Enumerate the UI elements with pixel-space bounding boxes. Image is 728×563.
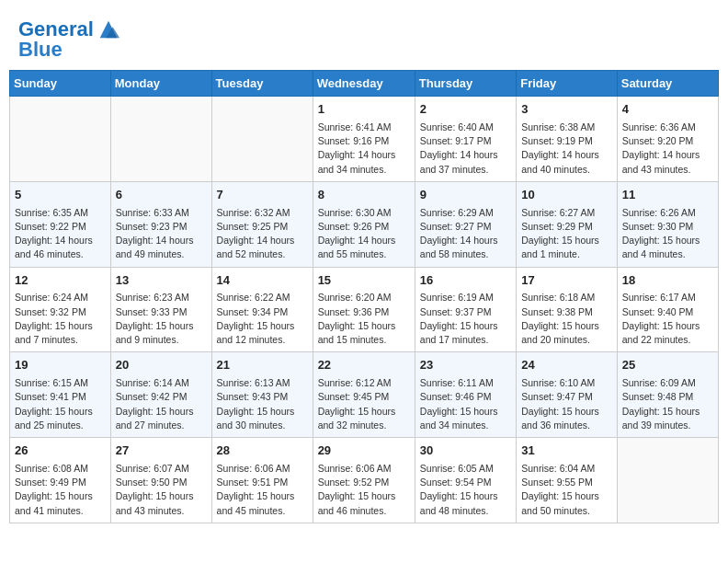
cell-content: Sunrise: 6:24 AM Sunset: 9:32 PM Dayligh…	[15, 291, 106, 347]
cell-content: Sunrise: 6:11 AM Sunset: 9:46 PM Dayligh…	[420, 376, 511, 432]
day-number: 17	[521, 272, 612, 290]
calendar-cell: 25Sunrise: 6:09 AM Sunset: 9:48 PM Dayli…	[617, 352, 718, 438]
calendar-cell: 6Sunrise: 6:33 AM Sunset: 9:23 PM Daylig…	[110, 181, 211, 267]
cell-content: Sunrise: 6:30 AM Sunset: 9:26 PM Dayligh…	[318, 206, 410, 262]
day-number: 28	[217, 442, 308, 460]
day-number: 21	[217, 357, 308, 374]
cell-content: Sunrise: 6:23 AM Sunset: 9:33 PM Dayligh…	[116, 291, 207, 347]
cell-content: Sunrise: 6:20 AM Sunset: 9:36 PM Dayligh…	[318, 291, 410, 347]
cell-content: Sunrise: 6:35 AM Sunset: 9:22 PM Dayligh…	[15, 206, 106, 262]
cell-content: Sunrise: 6:12 AM Sunset: 9:45 PM Dayligh…	[318, 376, 410, 432]
calendar-table: SundayMondayTuesdayWednesdayThursdayFrid…	[9, 70, 719, 523]
day-number: 31	[521, 442, 612, 460]
cell-content: Sunrise: 6:29 AM Sunset: 9:27 PM Dayligh…	[420, 206, 511, 262]
calendar-cell: 11Sunrise: 6:26 AM Sunset: 9:30 PM Dayli…	[617, 181, 718, 267]
cell-content: Sunrise: 6:18 AM Sunset: 9:38 PM Dayligh…	[521, 291, 612, 347]
calendar-cell: 10Sunrise: 6:27 AM Sunset: 9:29 PM Dayli…	[517, 181, 618, 267]
day-of-week-header: Monday	[110, 71, 211, 97]
day-number: 1	[318, 101, 410, 119]
day-number: 11	[622, 187, 713, 204]
calendar-cell	[211, 97, 313, 182]
cell-content: Sunrise: 6:09 AM Sunset: 9:48 PM Dayligh…	[622, 376, 713, 432]
cell-content: Sunrise: 6:06 AM Sunset: 9:52 PM Dayligh…	[318, 462, 410, 518]
day-number: 4	[622, 101, 713, 119]
calendar-cell: 26Sunrise: 6:08 AM Sunset: 9:49 PM Dayli…	[10, 438, 111, 523]
cell-content: Sunrise: 6:06 AM Sunset: 9:51 PM Dayligh…	[217, 462, 308, 518]
day-number: 16	[420, 272, 511, 290]
cell-content: Sunrise: 6:27 AM Sunset: 9:29 PM Dayligh…	[521, 206, 612, 262]
day-number: 3	[521, 101, 612, 119]
day-number: 30	[420, 442, 511, 460]
logo-icon	[96, 17, 121, 42]
calendar-body: 1Sunrise: 6:41 AM Sunset: 9:16 PM Daylig…	[10, 97, 719, 523]
calendar-header-row: SundayMondayTuesdayWednesdayThursdayFrid…	[10, 71, 719, 97]
day-number: 2	[420, 101, 511, 119]
calendar-cell: 12Sunrise: 6:24 AM Sunset: 9:32 PM Dayli…	[10, 267, 111, 352]
calendar-cell	[617, 438, 718, 523]
logo-text-blue: Blue	[18, 39, 63, 61]
day-number: 25	[622, 357, 713, 374]
calendar-cell: 30Sunrise: 6:05 AM Sunset: 9:54 PM Dayli…	[415, 438, 516, 523]
cell-content: Sunrise: 6:14 AM Sunset: 9:42 PM Dayligh…	[116, 376, 207, 432]
day-of-week-header: Saturday	[617, 71, 718, 97]
day-number: 13	[116, 272, 207, 290]
day-number: 12	[15, 272, 106, 290]
day-number: 7	[217, 187, 308, 204]
day-number: 22	[318, 357, 410, 374]
calendar-cell: 21Sunrise: 6:13 AM Sunset: 9:43 PM Dayli…	[211, 352, 313, 438]
day-of-week-header: Tuesday	[211, 71, 313, 97]
calendar-cell: 9Sunrise: 6:29 AM Sunset: 9:27 PM Daylig…	[415, 181, 516, 267]
page-header: General Blue	[9, 9, 719, 64]
day-number: 29	[318, 442, 410, 460]
calendar-cell: 23Sunrise: 6:11 AM Sunset: 9:46 PM Dayli…	[415, 352, 516, 438]
cell-content: Sunrise: 6:36 AM Sunset: 9:20 PM Dayligh…	[622, 121, 713, 177]
day-number: 9	[420, 187, 511, 204]
day-number: 15	[318, 272, 410, 290]
calendar-cell	[110, 97, 211, 182]
calendar-cell: 20Sunrise: 6:14 AM Sunset: 9:42 PM Dayli…	[110, 352, 211, 438]
cell-content: Sunrise: 6:41 AM Sunset: 9:16 PM Dayligh…	[318, 121, 410, 177]
calendar-cell: 28Sunrise: 6:06 AM Sunset: 9:51 PM Dayli…	[211, 438, 313, 523]
cell-content: Sunrise: 6:22 AM Sunset: 9:34 PM Dayligh…	[217, 291, 308, 347]
cell-content: Sunrise: 6:19 AM Sunset: 9:37 PM Dayligh…	[420, 291, 511, 347]
day-of-week-header: Wednesday	[313, 71, 415, 97]
calendar-cell: 27Sunrise: 6:07 AM Sunset: 9:50 PM Dayli…	[110, 438, 211, 523]
day-number: 27	[116, 442, 207, 460]
day-number: 24	[521, 357, 612, 374]
cell-content: Sunrise: 6:33 AM Sunset: 9:23 PM Dayligh…	[116, 206, 207, 262]
calendar-cell: 8Sunrise: 6:30 AM Sunset: 9:26 PM Daylig…	[313, 181, 415, 267]
logo: General Blue	[18, 17, 121, 61]
day-number: 19	[15, 357, 106, 374]
calendar-cell: 5Sunrise: 6:35 AM Sunset: 9:22 PM Daylig…	[10, 181, 111, 267]
calendar-cell: 14Sunrise: 6:22 AM Sunset: 9:34 PM Dayli…	[211, 267, 313, 352]
calendar-cell: 3Sunrise: 6:38 AM Sunset: 9:19 PM Daylig…	[517, 97, 618, 182]
day-number: 18	[622, 272, 713, 290]
cell-content: Sunrise: 6:13 AM Sunset: 9:43 PM Dayligh…	[217, 376, 308, 432]
day-of-week-header: Friday	[517, 71, 618, 97]
cell-content: Sunrise: 6:17 AM Sunset: 9:40 PM Dayligh…	[622, 291, 713, 347]
day-number: 10	[521, 187, 612, 204]
cell-content: Sunrise: 6:26 AM Sunset: 9:30 PM Dayligh…	[622, 206, 713, 262]
cell-content: Sunrise: 6:07 AM Sunset: 9:50 PM Dayligh…	[116, 462, 207, 518]
cell-content: Sunrise: 6:08 AM Sunset: 9:49 PM Dayligh…	[15, 462, 106, 518]
day-number: 14	[217, 272, 308, 290]
calendar-cell: 15Sunrise: 6:20 AM Sunset: 9:36 PM Dayli…	[313, 267, 415, 352]
calendar-cell: 1Sunrise: 6:41 AM Sunset: 9:16 PM Daylig…	[313, 97, 415, 182]
day-number: 26	[15, 442, 106, 460]
day-number: 23	[420, 357, 511, 374]
day-number: 20	[116, 357, 207, 374]
calendar-cell: 7Sunrise: 6:32 AM Sunset: 9:25 PM Daylig…	[211, 181, 313, 267]
calendar-cell: 13Sunrise: 6:23 AM Sunset: 9:33 PM Dayli…	[110, 267, 211, 352]
day-of-week-header: Sunday	[10, 71, 111, 97]
calendar-cell: 19Sunrise: 6:15 AM Sunset: 9:41 PM Dayli…	[10, 352, 111, 438]
calendar-cell: 18Sunrise: 6:17 AM Sunset: 9:40 PM Dayli…	[617, 267, 718, 352]
cell-content: Sunrise: 6:15 AM Sunset: 9:41 PM Dayligh…	[15, 376, 106, 432]
calendar-cell: 24Sunrise: 6:10 AM Sunset: 9:47 PM Dayli…	[517, 352, 618, 438]
calendar-cell: 4Sunrise: 6:36 AM Sunset: 9:20 PM Daylig…	[617, 97, 718, 182]
calendar-cell: 31Sunrise: 6:04 AM Sunset: 9:55 PM Dayli…	[517, 438, 618, 523]
cell-content: Sunrise: 6:40 AM Sunset: 9:17 PM Dayligh…	[420, 121, 511, 177]
calendar-week-row: 19Sunrise: 6:15 AM Sunset: 9:41 PM Dayli…	[10, 352, 719, 438]
day-of-week-header: Thursday	[415, 71, 516, 97]
day-number: 8	[318, 187, 410, 204]
cell-content: Sunrise: 6:05 AM Sunset: 9:54 PM Dayligh…	[420, 462, 511, 518]
